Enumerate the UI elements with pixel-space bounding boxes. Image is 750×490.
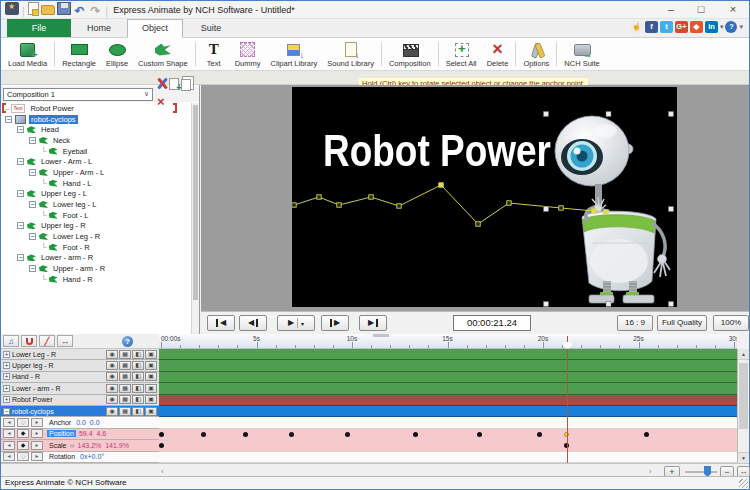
next-frame-button[interactable]: ▶ xyxy=(321,315,349,331)
toolbar-button-composition[interactable]: Composition xyxy=(384,39,436,69)
motion-keyframe-marker[interactable] xyxy=(397,204,401,208)
track-lock-icon[interactable]: ◧ xyxy=(132,350,144,359)
tree-item-head[interactable]: −Head xyxy=(1,124,192,135)
track-bar-lower-leg-r[interactable] xyxy=(159,349,737,360)
motion-path[interactable] xyxy=(292,183,608,226)
timeline-pan-thumb[interactable] xyxy=(373,334,389,337)
timeline-ruler[interactable]: 00:00s5s10s15s20s25s30s xyxy=(159,334,737,349)
keyframe-dot[interactable] xyxy=(289,432,294,437)
toolbar-button-load-media[interactable]: Load Media xyxy=(3,39,52,69)
previous-keyframe-button[interactable]: ◂ xyxy=(3,418,15,427)
selection-handle[interactable] xyxy=(606,112,611,117)
tree-scrollbar[interactable] xyxy=(191,103,199,334)
track-expander-icon[interactable]: + xyxy=(3,373,10,380)
tree-item-robot-power[interactable]: –Robot Power xyxy=(1,103,192,114)
keyframe-dot[interactable] xyxy=(243,432,248,437)
track-bar-robot-power[interactable] xyxy=(159,395,737,406)
motion-keyframe-marker[interactable] xyxy=(476,222,480,226)
motion-keyframe-marker[interactable] xyxy=(592,209,596,213)
track-effects-icon[interactable]: ▣ xyxy=(145,372,157,381)
toolbar-button-select-all[interactable]: Select All xyxy=(441,39,482,69)
track-visibility-icon[interactable]: ◉ xyxy=(106,361,118,370)
track-visibility-icon[interactable]: ◉ xyxy=(106,350,118,359)
selection-handle[interactable] xyxy=(544,207,549,212)
social-googleplus-icon[interactable]: G+ xyxy=(675,21,688,33)
toolbar-button-nch-suite[interactable]: NCH Suite xyxy=(559,39,604,69)
track-lock-icon[interactable]: ◧ xyxy=(132,407,144,416)
undo-icon[interactable] xyxy=(73,5,87,18)
track-expander-icon[interactable]: + xyxy=(3,362,10,369)
social-share-icon[interactable]: ◆ xyxy=(690,21,703,33)
track-effects-icon[interactable]: ▣ xyxy=(145,407,157,416)
keyframe-dot[interactable] xyxy=(644,432,649,437)
tab-object[interactable]: Object xyxy=(127,19,183,38)
track-matte-icon[interactable]: ▦ xyxy=(119,395,131,404)
tree-expander-icon[interactable]: − xyxy=(29,233,36,240)
track-expander-icon[interactable]: + xyxy=(3,396,10,403)
track-header-hand-r[interactable]: +Hand - R◉▦◧▣ xyxy=(1,372,159,383)
track-visibility-icon[interactable]: ◉ xyxy=(106,384,118,393)
tree-expander-icon[interactable]: − xyxy=(29,201,36,208)
add-audio-icon[interactable]: ♫ xyxy=(3,335,19,347)
track-expander-icon[interactable]: + xyxy=(3,385,10,392)
track-visibility-icon[interactable]: ◉ xyxy=(106,395,118,404)
track-matte-icon[interactable]: ▦ xyxy=(119,407,131,416)
toolbar-button-sound-library[interactable]: Sound Library xyxy=(322,39,379,69)
timeline-zoom-slider[interactable] xyxy=(685,471,717,473)
track-lock-icon[interactable]: ◧ xyxy=(132,361,144,370)
motion-keyframe-marker[interactable] xyxy=(337,203,341,207)
next-keyframe-button[interactable]: ▸ xyxy=(31,452,43,461)
track-effects-icon[interactable]: ▣ xyxy=(145,384,157,393)
toggle-keyframe-button[interactable]: ◇ xyxy=(17,418,29,427)
new-project-icon[interactable] xyxy=(28,2,39,15)
keyframe-dot[interactable] xyxy=(413,432,418,437)
aspect-ratio-button[interactable]: 16 : 9 xyxy=(617,315,653,331)
tree-scrollbar-thumb[interactable] xyxy=(193,105,198,300)
tree-expander-icon[interactable]: − xyxy=(29,265,36,272)
track-header-upper-leg-r[interactable]: +Upper leg - R◉▦◧▣ xyxy=(1,360,159,371)
keyframe-dot[interactable] xyxy=(159,443,164,448)
dropdown-chevron-icon[interactable]: ▾ xyxy=(739,23,743,31)
property-row-scale[interactable]: ◂◆▸Scale∞143.2% 141.9% xyxy=(1,440,159,451)
track-expander-icon[interactable]: + xyxy=(3,351,10,358)
redo-icon[interactable] xyxy=(89,5,103,18)
previous-frame-button[interactable]: ◀ xyxy=(239,315,267,331)
tree-item-foot-l[interactable]: └Foot - L xyxy=(1,210,192,221)
social-facebook-icon[interactable]: f xyxy=(645,21,658,33)
tree-item-hand-l[interactable]: └Hand - L xyxy=(1,178,192,189)
track-effects-icon[interactable]: ▣ xyxy=(145,350,157,359)
duplicate-composition-icon[interactable] xyxy=(180,77,192,90)
tree-item-lower-leg-l[interactable]: −Lower leg - L xyxy=(1,199,192,210)
tree-item-eyeball[interactable]: └Eyeball xyxy=(1,146,192,157)
tree-item-foot-r[interactable]: └Foot - R xyxy=(1,242,192,253)
track-header-lower-arm-r[interactable]: +Lower - arm - R◉▦◧▣ xyxy=(1,383,159,394)
go-to-end-button[interactable]: ▶ xyxy=(359,315,387,331)
composition-select[interactable]: Composition 1 ∨ xyxy=(3,88,153,101)
social-twitter-icon[interactable]: t xyxy=(660,21,673,33)
property-track-scale[interactable] xyxy=(159,440,737,451)
go-to-start-button[interactable]: ◀ xyxy=(207,315,235,331)
toolbar-button-clipart-library[interactable]: Clipart Library xyxy=(266,39,323,69)
snap-icon[interactable] xyxy=(21,335,37,347)
track-matte-icon[interactable]: ▦ xyxy=(119,350,131,359)
keyframe-dot[interactable] xyxy=(477,432,482,437)
tree-expander-icon[interactable]: − xyxy=(17,158,24,165)
tree-item-robot-cyclops[interactable]: −robot-cyclops xyxy=(1,114,192,125)
toolbar-button-options[interactable]: Options xyxy=(518,39,554,69)
property-row-rotation[interactable]: ◂◇▸Rotation0x+0.0° xyxy=(1,452,159,463)
close-button[interactable]: × xyxy=(719,1,747,18)
property-row-position[interactable]: ◂◆▸Position59.4 4.6 xyxy=(1,429,159,440)
selection-handle[interactable] xyxy=(544,302,549,307)
selection-handle[interactable] xyxy=(669,302,674,307)
tree-item-lower-arm-l[interactable]: −Lower - Arm - L xyxy=(1,156,192,167)
track-header-lower-leg-r[interactable]: +Lower Leg - R◉▦◧▣ xyxy=(1,349,159,360)
track-lock-icon[interactable]: ◧ xyxy=(132,395,144,404)
tree-expander-icon[interactable]: − xyxy=(29,169,36,176)
keyframe-dot[interactable] xyxy=(537,432,542,437)
social-linkedin-icon[interactable]: in xyxy=(705,21,718,33)
tree-item-upper-leg-l[interactable]: −Upper Leg - L xyxy=(1,189,192,200)
tree-expander-icon[interactable]: − xyxy=(17,126,24,133)
dropdown-chevron-icon[interactable]: ▾ xyxy=(720,23,724,31)
tab-file[interactable]: File xyxy=(7,19,71,37)
track-lock-icon[interactable]: ◧ xyxy=(132,372,144,381)
